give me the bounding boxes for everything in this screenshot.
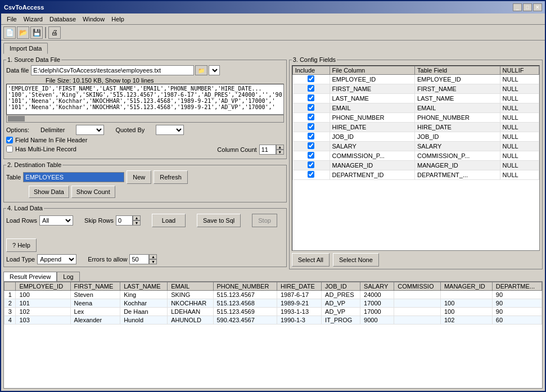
result-cell: AD_PRES	[322, 291, 360, 299]
quoted-by-select[interactable]	[156, 125, 184, 135]
col-phone: PHONE_NUMBER	[213, 282, 277, 291]
config-row: FIRST_NAME FIRST_NAME NULL	[292, 84, 539, 94]
config-row: EMPLOYEE_ID EMPLOYEE_ID NULL	[292, 75, 539, 84]
toolbar-separator	[45, 27, 46, 38]
menu-file[interactable]: File	[3, 15, 20, 23]
skip-spin-up[interactable]: ▲	[133, 215, 141, 220]
menu-help[interactable]: Help	[108, 15, 128, 23]
import-tab[interactable]: Import Data	[3, 43, 48, 54]
result-cell: LDEHAAN	[168, 308, 213, 316]
result-cell: 515.123.4567	[213, 291, 277, 299]
load-rows-select[interactable]: All First N Random N	[39, 215, 73, 226]
result-cell	[394, 316, 441, 325]
show-count-button[interactable]: Show Count	[71, 186, 115, 198]
save-to-sql-button[interactable]: Save to Sql	[197, 214, 241, 227]
include-checkbox[interactable]	[308, 133, 314, 139]
result-cell: 17000	[360, 299, 394, 308]
menu-database[interactable]: Database	[46, 15, 79, 23]
close-button[interactable]: ✕	[533, 3, 542, 11]
include-cell[interactable]	[292, 113, 330, 123]
include-checkbox[interactable]	[308, 171, 314, 178]
include-cell[interactable]	[292, 132, 330, 142]
errors-input[interactable]	[129, 254, 149, 264]
skip-spin-down[interactable]: ▼	[133, 220, 141, 226]
include-cell[interactable]	[292, 170, 330, 180]
include-checkbox[interactable]	[308, 123, 314, 130]
data-file-row: Data file 📁 ▾	[6, 65, 284, 75]
help-button[interactable]: ? Help	[6, 238, 37, 252]
result-cell: Hunold	[120, 316, 168, 325]
nullif-cell: NULL	[500, 94, 539, 103]
menu-wizard[interactable]: Wizard	[20, 15, 46, 23]
file-path-input[interactable]	[31, 65, 194, 75]
minimize-button[interactable]: _	[513, 3, 522, 11]
menu-window[interactable]: Window	[79, 15, 108, 23]
result-preview-tab[interactable]: Result Preview	[3, 272, 57, 281]
config-row: MANAGER_ID MANAGER_ID NULL	[292, 161, 539, 170]
result-row: 2101NeenaKochharNKOCHHAR515.123.45681989…	[4, 299, 542, 308]
include-cell[interactable]	[292, 151, 330, 161]
print-button[interactable]: 🖨	[48, 26, 61, 39]
file-dropdown[interactable]: ▾	[209, 65, 220, 75]
load-type-field: Load Type Append Replace Update	[6, 254, 76, 264]
window-controls: _ □ ✕	[513, 3, 542, 11]
include-cell[interactable]	[292, 103, 330, 113]
spin-up[interactable]: ▲	[276, 145, 284, 150]
col-job-id: JOB_ID	[322, 282, 360, 291]
spin-down[interactable]: ▼	[276, 150, 284, 155]
result-cell	[394, 308, 441, 316]
load-button[interactable]: Load	[152, 214, 186, 227]
log-tab[interactable]: Log	[57, 272, 79, 281]
result-cell: 17000	[360, 308, 394, 316]
include-cell[interactable]	[292, 142, 330, 151]
include-cell[interactable]	[292, 123, 330, 132]
new-table-button[interactable]: New	[127, 170, 151, 184]
refresh-button[interactable]: Refresh	[154, 170, 188, 184]
row-num: 4	[4, 316, 16, 325]
toolbar: 📄 📂 💾 🖨	[1, 25, 545, 40]
include-cell[interactable]	[292, 75, 330, 84]
file-col-cell: COMMISSION_P...	[330, 151, 415, 161]
result-cell: AD_VP	[322, 308, 360, 316]
load-type-select[interactable]: Append Replace Update	[37, 254, 76, 264]
row-num: 1	[4, 291, 16, 299]
include-cell[interactable]	[292, 161, 330, 170]
include-checkbox[interactable]	[308, 161, 314, 168]
include-checkbox[interactable]	[308, 85, 314, 92]
show-data-button[interactable]: Show Data	[29, 186, 69, 198]
include-checkbox[interactable]	[308, 104, 314, 111]
field-name-checkbox[interactable]	[6, 137, 13, 143]
new-file-button[interactable]: 📄	[3, 26, 16, 39]
include-checkbox[interactable]	[308, 152, 314, 159]
maximize-button[interactable]: □	[523, 3, 532, 11]
result-grid[interactable]: EMPLOYEE_ID FIRST_NAME LAST_NAME EMAIL P…	[3, 281, 543, 389]
select-all-button[interactable]: Select All	[292, 253, 330, 267]
load-legend: 4. Load Data	[6, 205, 44, 211]
include-checkbox[interactable]	[308, 114, 314, 120]
delimiter-select[interactable]	[76, 125, 104, 135]
table-field-cell: LAST_NAME	[415, 94, 500, 103]
errors-spin-up[interactable]: ▲	[149, 254, 157, 259]
stop-button[interactable]: Stop	[252, 214, 277, 227]
select-none-button[interactable]: Select None	[333, 253, 379, 267]
horizontal-scrollbar[interactable]	[6, 115, 284, 123]
include-cell[interactable]	[292, 84, 330, 94]
save-button[interactable]: 💾	[30, 26, 43, 39]
result-tab-bar: Result Preview Log	[3, 272, 543, 281]
col-manager-id: MANAGER_ID	[440, 282, 492, 291]
include-cell[interactable]	[292, 94, 330, 103]
multi-line-checkbox[interactable]	[6, 146, 13, 152]
open-button[interactable]: 📂	[17, 26, 29, 39]
include-checkbox[interactable]	[308, 75, 314, 82]
include-checkbox[interactable]	[308, 94, 314, 101]
config-row: DEPARTMENT_ID DEPARTMENT_... NULL	[292, 170, 539, 180]
result-cell: 590.423.4567	[213, 316, 277, 325]
skip-rows-input[interactable]	[116, 215, 133, 226]
result-cell	[394, 299, 441, 308]
col-salary: SALARY	[360, 282, 394, 291]
include-checkbox[interactable]	[308, 142, 314, 149]
table-input[interactable]	[23, 172, 124, 182]
errors-spin-down[interactable]: ▼	[149, 259, 157, 264]
column-count-input[interactable]	[259, 145, 276, 155]
browse-button[interactable]: 📁	[195, 65, 207, 75]
